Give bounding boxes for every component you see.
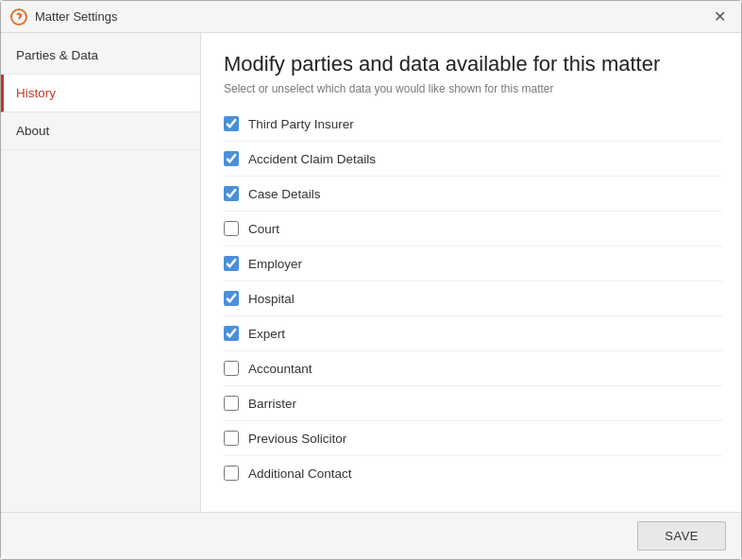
content-title: Modify parties and data available for th…: [224, 52, 718, 76]
window: Matter Settings ✕ Parties & Data History…: [0, 0, 742, 560]
checkbox-row: Additional Contact: [224, 456, 722, 490]
content-area: Modify parties and data available for th…: [201, 33, 741, 512]
checkbox-label-employer[interactable]: Employer: [248, 257, 302, 271]
checkbox-accident-claim-details[interactable]: [224, 151, 239, 166]
checkbox-row: Case Details: [224, 177, 722, 212]
checkbox-case-details[interactable]: [224, 186, 239, 201]
checkbox-employer[interactable]: [224, 256, 239, 271]
checkbox-row: Barrister: [224, 386, 722, 421]
checkbox-additional-contact[interactable]: [224, 466, 239, 481]
sidebar-item-parties-data[interactable]: Parties & Data: [1, 37, 200, 75]
content-subtitle: Select or unselect which data you would …: [224, 82, 718, 95]
sidebar: Parties & Data History About: [1, 33, 201, 512]
checkbox-list-scroll[interactable]: Third Party InsurerAccident Claim Detail…: [224, 107, 741, 512]
title-bar: Matter Settings ✕: [1, 1, 741, 33]
checkbox-court[interactable]: [224, 221, 239, 236]
checkbox-list-container: Third Party InsurerAccident Claim Detail…: [201, 107, 741, 512]
checkbox-label-accident-claim-details[interactable]: Accident Claim Details: [248, 152, 376, 166]
checkbox-expert[interactable]: [224, 326, 239, 341]
checkbox-third-party-insurer[interactable]: [224, 116, 239, 131]
checkbox-label-additional-contact[interactable]: Additional Contact: [248, 467, 352, 481]
checkbox-label-barrister[interactable]: Barrister: [248, 397, 296, 411]
checkbox-previous-solicitor[interactable]: [224, 431, 239, 446]
save-button[interactable]: SAVE: [637, 521, 726, 551]
checkbox-row: Third Party Insurer: [224, 107, 722, 142]
checkbox-label-hospital[interactable]: Hospital: [248, 292, 295, 306]
checkbox-label-accountant[interactable]: Accountant: [248, 362, 312, 376]
checkbox-row: Accident Claim Details: [224, 142, 722, 177]
app-icon: [10, 8, 27, 25]
window-title: Matter Settings: [35, 9, 117, 24]
checkbox-hospital[interactable]: [224, 291, 239, 306]
footer: SAVE: [1, 512, 741, 559]
checkbox-row: Employer: [224, 246, 722, 281]
checkbox-barrister[interactable]: [224, 396, 239, 411]
checkbox-accountant[interactable]: [224, 361, 239, 376]
checkbox-label-third-party-insurer[interactable]: Third Party Insurer: [248, 117, 354, 131]
close-button[interactable]: ✕: [708, 8, 732, 26]
sidebar-item-about[interactable]: About: [1, 112, 200, 150]
checkbox-row: Hospital: [224, 281, 722, 316]
checkbox-row: Expert: [224, 316, 722, 351]
main-content: Parties & Data History About Modify part…: [1, 33, 741, 512]
title-bar-left: Matter Settings: [10, 8, 117, 25]
checkbox-row: Previous Solicitor: [224, 421, 722, 456]
checkbox-label-court[interactable]: Court: [248, 222, 279, 236]
sidebar-item-history[interactable]: History: [1, 75, 200, 112]
checkbox-row: Court: [224, 212, 722, 246]
checkbox-label-expert[interactable]: Expert: [248, 327, 285, 341]
checkbox-label-previous-solicitor[interactable]: Previous Solicitor: [248, 432, 346, 446]
checkbox-label-case-details[interactable]: Case Details: [248, 187, 321, 201]
checkbox-row: Accountant: [224, 351, 722, 386]
content-header: Modify parties and data available for th…: [201, 33, 741, 107]
